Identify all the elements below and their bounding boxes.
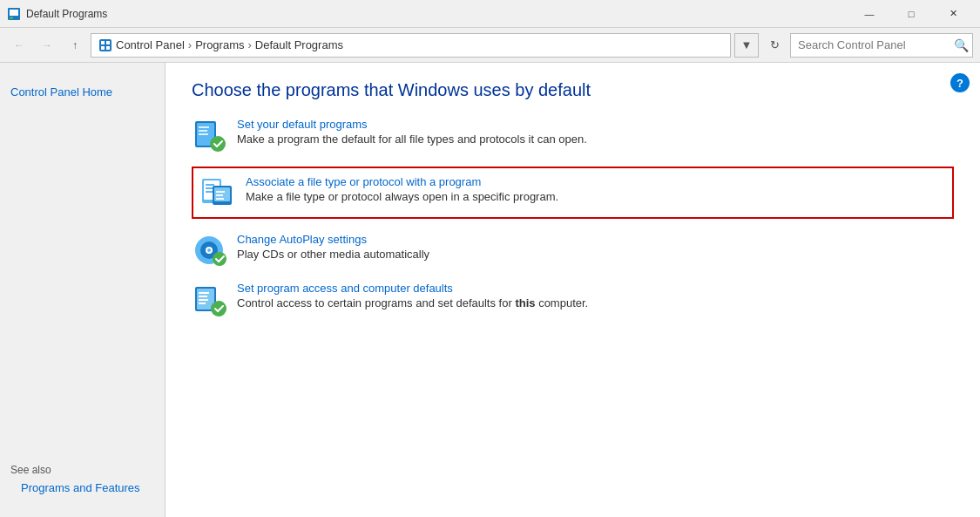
app-icon (7, 7, 21, 21)
search-icon: 🔍 (954, 38, 969, 52)
svg-rect-21 (216, 191, 225, 193)
set-default-icon (192, 118, 226, 153)
svg-rect-31 (199, 292, 209, 294)
svg-rect-34 (199, 303, 206, 304)
item-program-access: Set program access and computer defaults… (192, 282, 954, 316)
refresh-button[interactable]: ↻ (762, 33, 787, 58)
breadcrumb-programs[interactable]: Programs (195, 38, 244, 51)
breadcrumb-controlpanel[interactable]: Control Panel (116, 38, 185, 51)
up-button[interactable]: ↑ (63, 33, 87, 58)
close-button[interactable]: ✕ (933, 0, 973, 28)
program-access-link[interactable]: Set program access and computer defaults (237, 282, 588, 295)
svg-rect-12 (199, 133, 208, 135)
svg-rect-22 (216, 194, 223, 196)
svg-point-35 (211, 301, 226, 316)
program-access-desc: Control access to certain programs and s… (237, 296, 588, 310)
item-set-default: Set your default programs Make a program… (192, 118, 954, 153)
search-input[interactable] (798, 38, 954, 51)
svg-rect-5 (106, 41, 110, 44)
main-content: Control Panel Home See also Programs and… (0, 63, 980, 517)
svg-rect-6 (101, 46, 105, 50)
page-title: Choose the programs that Windows uses by… (192, 80, 954, 100)
associate-file-desc: Make a file type or protocol always open… (246, 190, 558, 203)
program-access-icon (192, 282, 226, 316)
title-bar: Default Programs — □ ✕ (0, 0, 980, 28)
set-default-link[interactable]: Set your default programs (237, 118, 587, 131)
svg-rect-32 (199, 296, 207, 297)
address-right: ▼ ↻ (734, 33, 787, 58)
address-bar: ← → ↑ Control Panel › Programs › Default… (0, 28, 980, 63)
svg-rect-2 (10, 17, 13, 19)
minimize-button[interactable]: — (849, 0, 889, 28)
forward-button[interactable]: → (35, 33, 59, 58)
this-bold: this (515, 296, 535, 310)
svg-rect-23 (216, 198, 224, 200)
svg-rect-18 (206, 191, 213, 193)
svg-rect-7 (106, 46, 110, 50)
autoplay-link[interactable]: Change AutoPlay settings (237, 233, 429, 246)
svg-rect-1 (10, 10, 18, 16)
window-title: Default Programs (26, 8, 849, 20)
sidebar-item-controlpanel-home[interactable]: Control Panel Home (0, 84, 165, 100)
breadcrumb-defaultprograms[interactable]: Default Programs (255, 38, 343, 51)
associate-file-link[interactable]: Associate a file type or protocol with a… (246, 175, 558, 188)
svg-rect-11 (199, 130, 207, 132)
content-area: ? Choose the programs that Windows uses … (166, 63, 980, 517)
window-controls: — □ ✕ (849, 0, 973, 28)
maximize-button[interactable]: □ (891, 0, 931, 28)
sidebar-item-programs-features[interactable]: Programs and Features (10, 480, 154, 496)
item-autoplay: Change AutoPlay settings Play CDs or oth… (192, 233, 954, 268)
search-box[interactable]: 🔍 (790, 33, 973, 58)
help-button[interactable]: ? (950, 73, 970, 92)
address-dropdown-button[interactable]: ▼ (734, 33, 759, 58)
svg-rect-33 (199, 299, 208, 301)
set-default-desc: Make a program the default for all file … (237, 133, 587, 146)
autoplay-icon (192, 233, 226, 268)
item-associate-file: Associate a file type or protocol with a… (192, 167, 954, 219)
svg-rect-16 (206, 184, 214, 186)
sidebar: Control Panel Home See also Programs and… (0, 63, 166, 517)
see-also-label: See also (10, 464, 154, 476)
svg-point-28 (213, 252, 226, 266)
svg-rect-10 (199, 126, 209, 128)
autoplay-desc: Play CDs or other media automatically (237, 248, 429, 261)
address-path[interactable]: Control Panel › Programs › Default Progr… (91, 33, 731, 58)
svg-rect-4 (101, 41, 105, 44)
svg-point-27 (207, 248, 211, 252)
back-button[interactable]: ← (7, 33, 31, 58)
controlpanel-icon (98, 38, 112, 52)
svg-rect-17 (206, 187, 213, 189)
svg-point-13 (210, 136, 226, 152)
associate-file-icon (200, 175, 235, 210)
